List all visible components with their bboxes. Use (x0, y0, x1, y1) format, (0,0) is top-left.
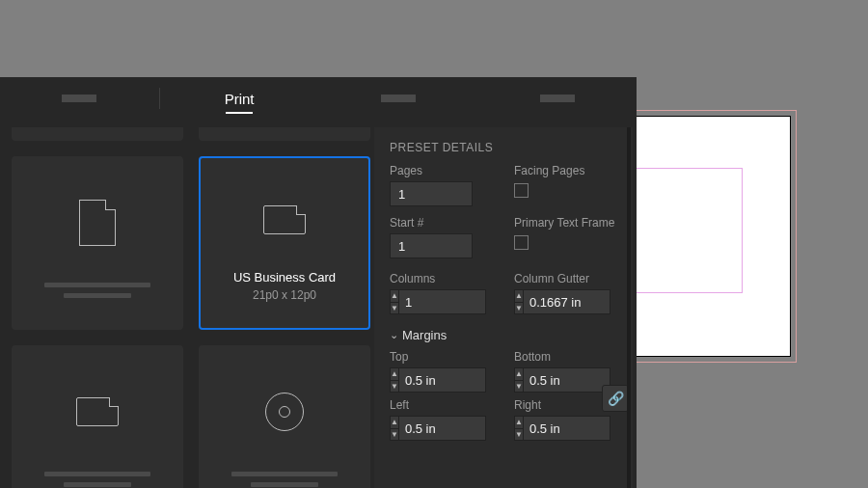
pages-input[interactable] (390, 181, 473, 206)
column-gutter-field: Column Gutter ▲ ▼ (514, 272, 617, 314)
margin-top-stepper[interactable]: ▲▼ (390, 367, 486, 393)
stepper-up-icon[interactable]: ▲ (391, 290, 398, 303)
preset-details-panel: PRESET DETAILS Pages Facing Pages Start … (374, 127, 633, 488)
stepper-down-icon[interactable]: ▼ (515, 381, 523, 393)
chevron-down-icon: ⌄ (390, 329, 398, 341)
columns-label: Columns (390, 272, 493, 285)
preset-card[interactable] (199, 345, 370, 488)
preset-card-us-business-card[interactable]: US Business Card 21p0 x 12p0 (199, 156, 370, 330)
margin-top-label: Top (390, 350, 493, 364)
link-margins-button[interactable]: 🔗 (602, 385, 629, 412)
preset-title: US Business Card (233, 270, 336, 285)
column-gutter-stepper[interactable]: ▲ ▼ (514, 289, 610, 314)
margin-left-stepper[interactable]: ▲▼ (390, 416, 486, 441)
facing-pages-label: Facing Pages (514, 164, 617, 177)
tab-print[interactable]: Print (160, 77, 319, 120)
facing-pages-checkbox[interactable] (514, 183, 529, 198)
primary-text-frame-label: Primary Text Frame (514, 216, 617, 230)
margin-top-field: Top ▲▼ (390, 350, 493, 393)
margins-section-toggle[interactable]: ⌄ Margins (390, 328, 617, 342)
primary-text-frame-field: Primary Text Frame (514, 216, 617, 258)
facing-pages-field: Facing Pages (514, 164, 617, 206)
page-portrait-icon (79, 200, 116, 246)
new-document-dialog: Print US Business Card 21p0 x 12p0 (0, 77, 637, 488)
stepper-up-icon[interactable]: ▲ (515, 417, 523, 429)
panel-header: PRESET DETAILS (390, 141, 617, 154)
preset-row-partial (12, 127, 370, 141)
stepper-down-icon[interactable]: ▼ (391, 429, 398, 441)
column-gutter-label: Column Gutter (514, 272, 617, 285)
stepper-up-icon[interactable]: ▲ (391, 417, 398, 429)
margin-right-stepper[interactable]: ▲▼ (514, 416, 610, 441)
start-number-input[interactable] (390, 233, 473, 258)
preset-card[interactable] (12, 156, 183, 330)
link-icon: 🔗 (608, 391, 624, 406)
start-number-field: Start # (390, 216, 493, 258)
preset-grid: US Business Card 21p0 x 12p0 (0, 147, 374, 488)
tab-label: Print (225, 91, 255, 107)
canvas-margin-guide (627, 168, 743, 293)
stepper-down-icon[interactable]: ▼ (391, 303, 398, 314)
stepper-down-icon[interactable]: ▼ (391, 381, 398, 393)
margins-label: Margins (402, 328, 447, 342)
margin-left-field: Left ▲▼ (390, 398, 493, 441)
margin-left-label: Left (390, 398, 493, 412)
page-landscape-icon (76, 397, 119, 426)
preset-card[interactable] (12, 345, 183, 488)
start-number-label: Start # (390, 216, 493, 230)
margin-right-input[interactable] (524, 417, 633, 440)
stepper-up-icon[interactable]: ▲ (515, 290, 523, 303)
column-gutter-input[interactable] (524, 290, 633, 313)
stepper-up-icon[interactable]: ▲ (391, 368, 398, 381)
columns-stepper[interactable]: ▲ ▼ (390, 289, 486, 314)
tab-placeholder-3[interactable] (477, 77, 637, 120)
margin-bottom-stepper[interactable]: ▲▼ (514, 367, 610, 393)
tab-placeholder-2[interactable] (318, 77, 477, 120)
margin-bottom-label: Bottom (514, 350, 617, 364)
primary-text-frame-checkbox[interactable] (514, 235, 529, 250)
margins-grid: Top ▲▼ Bottom ▲▼ Left ▲▼ (390, 350, 617, 441)
tab-placeholder-1[interactable] (0, 77, 159, 120)
stepper-up-icon[interactable]: ▲ (515, 368, 523, 381)
pages-field: Pages (390, 164, 493, 206)
category-tabs: Print (0, 77, 637, 120)
columns-field: Columns ▲ ▼ (390, 272, 493, 314)
pages-label: Pages (390, 164, 493, 177)
preset-subtitle: 21p0 x 12p0 (253, 288, 316, 302)
stepper-down-icon[interactable]: ▼ (515, 429, 523, 441)
disc-icon (265, 393, 304, 431)
stepper-down-icon[interactable]: ▼ (515, 303, 523, 314)
page-landscape-icon (263, 205, 306, 234)
